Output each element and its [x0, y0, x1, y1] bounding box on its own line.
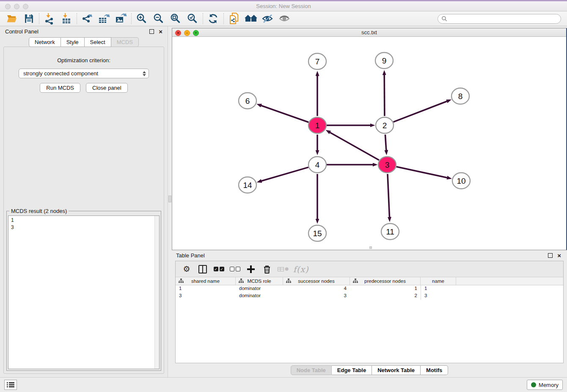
- delete-table-icon[interactable]: ⊗: [277, 263, 289, 276]
- run-mcds-button[interactable]: Run MCDS: [40, 83, 80, 93]
- table-row[interactable]: 3dominator323: [176, 293, 563, 300]
- node-14[interactable]: 14: [239, 177, 256, 193]
- edge-2-3[interactable]: [385, 135, 386, 150]
- zoom-fit-icon[interactable]: [167, 12, 184, 25]
- close-panel-button[interactable]: Close panel: [86, 83, 128, 93]
- network-window-controls[interactable]: ✕ − +: [175, 30, 199, 36]
- column-header-MCDS-role[interactable]: MCDS role: [236, 277, 283, 285]
- tab-mcds[interactable]: MCDS: [111, 37, 139, 47]
- task-history-button[interactable]: [4, 380, 17, 390]
- tab-node-table[interactable]: Node Table: [291, 365, 332, 375]
- window-controls[interactable]: [5, 4, 28, 9]
- network-view-window: ✕ − + scc.txt 1234678910111415: [172, 28, 567, 250]
- export-image-icon[interactable]: [113, 12, 129, 25]
- column-header-predecessor-nodes[interactable]: predecessor nodes: [350, 277, 421, 285]
- export-table-icon[interactable]: [96, 12, 113, 25]
- search-field[interactable]: [438, 14, 561, 24]
- table-cell[interactable]: 3: [176, 293, 236, 300]
- show-details-icon[interactable]: [276, 12, 293, 25]
- edge-1-6[interactable]: [261, 105, 308, 122]
- table-panel-title: Table Panel: [176, 252, 205, 259]
- edge-2-9[interactable]: [384, 75, 385, 116]
- node-6[interactable]: 6: [239, 93, 256, 109]
- save-icon[interactable]: [20, 12, 37, 25]
- column-header-name[interactable]: name: [421, 277, 456, 285]
- float-panel-icon[interactable]: [149, 29, 154, 34]
- node-7[interactable]: 7: [308, 53, 326, 69]
- panel-divider[interactable]: [168, 26, 172, 377]
- hide-details-icon[interactable]: [259, 12, 276, 25]
- tab-edge-table[interactable]: Edge Table: [332, 365, 372, 375]
- tab-network[interactable]: Network: [29, 37, 61, 47]
- close-table-panel-icon[interactable]: ×: [557, 253, 561, 258]
- node-15[interactable]: 15: [308, 225, 326, 241]
- float-table-panel-icon[interactable]: [548, 253, 553, 258]
- table-cell[interactable]: 3: [421, 293, 456, 300]
- edge-3-1[interactable]: [330, 133, 379, 160]
- table-cell[interactable]: 2: [350, 293, 421, 300]
- node-10[interactable]: 10: [452, 173, 470, 189]
- columns-icon[interactable]: [197, 263, 209, 276]
- add-column-icon[interactable]: [245, 263, 257, 276]
- criterion-select[interactable]: strongly connected component: [19, 69, 149, 78]
- node-11[interactable]: 11: [381, 224, 399, 240]
- close-panel-icon[interactable]: ×: [159, 29, 162, 34]
- node-1[interactable]: 1: [308, 117, 326, 133]
- node-3[interactable]: 3: [378, 157, 396, 173]
- node-4[interactable]: 4: [308, 157, 326, 173]
- import-network-icon[interactable]: [41, 12, 58, 25]
- network-window-titlebar[interactable]: ✕ − + scc.txt: [172, 28, 566, 37]
- edge-3-11[interactable]: [388, 174, 390, 217]
- search-input[interactable]: [449, 16, 557, 22]
- gear-icon[interactable]: ⚙: [181, 263, 193, 276]
- close-view-icon[interactable]: ✕: [175, 30, 181, 36]
- table-cell[interactable]: dominator: [236, 285, 283, 293]
- close-window-icon[interactable]: [5, 4, 11, 9]
- node-8[interactable]: 8: [451, 88, 469, 104]
- node-9[interactable]: 9: [375, 52, 393, 69]
- column-header-successor-nodes[interactable]: successor nodes: [283, 277, 350, 285]
- tab-style[interactable]: Style: [61, 37, 85, 47]
- edge-2-8[interactable]: [394, 101, 447, 122]
- network-graph[interactable]: 1234678910111415: [172, 37, 566, 248]
- minimize-view-icon[interactable]: −: [184, 30, 190, 36]
- zoom-out-icon[interactable]: [150, 12, 167, 25]
- refresh-icon[interactable]: [205, 12, 222, 25]
- select-all-icon[interactable]: ✓✓: [213, 263, 225, 276]
- edge-3-10[interactable]: [396, 167, 447, 178]
- import-table-icon[interactable]: [58, 12, 75, 25]
- tab-network-table[interactable]: Network Table: [372, 365, 421, 375]
- maximize-view-icon[interactable]: +: [193, 30, 199, 36]
- edge-4-14[interactable]: [261, 167, 308, 181]
- network-canvas[interactable]: 1234678910111415: [172, 37, 566, 250]
- table-row[interactable]: 1dominator411: [176, 285, 563, 293]
- home-view-icon[interactable]: [242, 12, 259, 25]
- delete-icon[interactable]: [261, 263, 273, 276]
- zoom-in-icon[interactable]: [133, 12, 150, 25]
- function-builder-icon[interactable]: f(x): [293, 263, 309, 276]
- tab-motifs[interactable]: Motifs: [421, 365, 448, 375]
- export-network-icon[interactable]: [79, 12, 96, 25]
- minimize-window-icon[interactable]: [14, 4, 19, 9]
- open-folder-icon[interactable]: [3, 12, 20, 25]
- table-cell[interactable]: dominator: [236, 293, 283, 300]
- result-scrollbar[interactable]: [154, 216, 159, 369]
- table-cell[interactable]: 4: [283, 285, 350, 293]
- node-label: 2: [383, 121, 387, 130]
- zoom-selected-icon[interactable]: [184, 12, 201, 25]
- tab-select[interactable]: Select: [85, 37, 111, 47]
- column-header-shared-name[interactable]: shared name: [176, 277, 236, 285]
- table-cell[interactable]: 1: [421, 285, 456, 293]
- memory-button[interactable]: Memory: [527, 380, 563, 390]
- node-2[interactable]: 2: [376, 117, 394, 133]
- deselect-all-icon[interactable]: [229, 263, 241, 276]
- duplicate-network-icon[interactable]: [226, 12, 242, 25]
- table-cell[interactable]: 3: [283, 293, 350, 300]
- table-cell[interactable]: 1: [350, 285, 421, 293]
- divider-handle[interactable]: [168, 196, 171, 202]
- maximize-window-icon[interactable]: [23, 4, 28, 9]
- mcds-result-list[interactable]: 13: [8, 215, 160, 369]
- table-header-row[interactable]: shared nameMCDS rolesuccessor nodesprede…: [176, 277, 563, 285]
- canvas-resize-grip[interactable]: [369, 246, 372, 249]
- table-cell[interactable]: 1: [176, 285, 236, 293]
